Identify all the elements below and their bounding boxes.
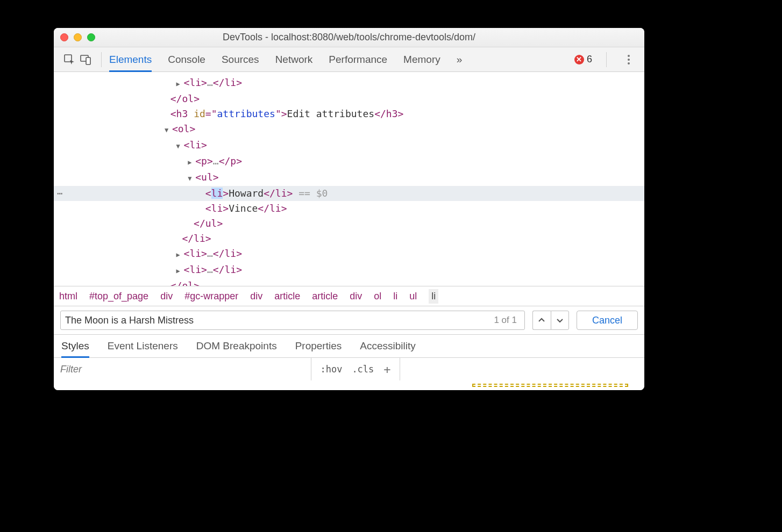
tab-console[interactable]: Console: [168, 54, 205, 66]
search-box: 1 of 1: [60, 311, 525, 330]
crumb-ol[interactable]: ol: [374, 291, 381, 302]
row-actions-icon[interactable]: ⋯: [57, 186, 63, 201]
crumb-ul[interactable]: ul: [409, 291, 417, 302]
tab-styles[interactable]: Styles: [61, 340, 89, 352]
tab-performance[interactable]: Performance: [329, 54, 387, 66]
crumb-li-active[interactable]: li: [429, 289, 438, 304]
crumb-li[interactable]: li: [393, 291, 397, 302]
tab-dom-breakpoints[interactable]: DOM Breakpoints: [196, 340, 277, 352]
search-input[interactable]: [65, 315, 494, 326]
svg-rect-2: [86, 57, 90, 64]
toolbar-separator: [606, 52, 607, 67]
close-window-button[interactable]: [60, 33, 68, 41]
panel-tabs: Elements Console Sources Network Perform…: [109, 47, 574, 71]
crumb-div[interactable]: div: [350, 291, 362, 302]
svg-point-5: [628, 62, 630, 64]
crumb-div[interactable]: div: [250, 291, 262, 302]
tabs-overflow-icon[interactable]: »: [457, 54, 463, 66]
device-toggle-icon[interactable]: [77, 52, 94, 68]
search-nav-buttons: [532, 311, 569, 330]
tab-memory[interactable]: Memory: [403, 54, 440, 66]
svg-point-4: [628, 59, 630, 61]
crumb-article[interactable]: article: [312, 291, 338, 302]
box-model-outline: [472, 384, 628, 387]
dom-node[interactable]: ▶<li>…</li>: [54, 75, 644, 91]
styles-filter-input[interactable]: [60, 364, 304, 375]
search-result-count: 1 of 1: [494, 315, 520, 326]
titlebar: DevTools - localhost:8080/web/tools/chro…: [54, 28, 644, 47]
tab-network[interactable]: Network: [275, 54, 313, 66]
bottom-strip: [54, 380, 644, 390]
dom-node-selected[interactable]: ⋯ <li>Howard</li> == $0: [54, 186, 644, 201]
dom-node[interactable]: ▼<li>: [54, 138, 644, 154]
main-toolbar: Elements Console Sources Network Perform…: [54, 47, 644, 72]
dom-node[interactable]: </ol>: [54, 91, 644, 106]
toolbar-right: ✕ 6: [574, 52, 637, 68]
maximize-window-button[interactable]: [87, 33, 95, 41]
tab-properties[interactable]: Properties: [295, 340, 342, 352]
crumb-div[interactable]: div: [160, 291, 173, 302]
error-count-badge[interactable]: ✕ 6: [574, 54, 592, 65]
dom-node[interactable]: <li>Vince</li>: [54, 201, 644, 216]
styles-actions: :hov .cls +: [311, 358, 400, 380]
dom-node[interactable]: ▼<ul>: [54, 170, 644, 186]
svg-point-3: [628, 55, 630, 57]
breadcrumb-trail: html #top_of_page div #gc-wrapper div ar…: [54, 286, 644, 306]
hov-toggle[interactable]: :hov: [320, 364, 342, 375]
traffic-lights: [60, 33, 95, 41]
crumb-gc-wrapper[interactable]: #gc-wrapper: [184, 291, 238, 302]
dom-node[interactable]: ▶<p>…</p>: [54, 154, 644, 170]
tab-event-listeners[interactable]: Event Listeners: [108, 340, 178, 352]
dom-node[interactable]: </ol>: [54, 278, 644, 286]
dom-tree[interactable]: ▶<li>…</li> </ol> <h3 id="attributes">Ed…: [54, 72, 644, 286]
crumb-html[interactable]: html: [59, 291, 77, 302]
crumb-top-of-page[interactable]: #top_of_page: [89, 291, 148, 302]
tab-accessibility[interactable]: Accessibility: [360, 340, 415, 352]
dom-node[interactable]: </li>: [54, 231, 644, 246]
inspect-element-icon[interactable]: [61, 52, 77, 68]
devtools-window: DevTools - localhost:8080/web/tools/chro…: [54, 28, 644, 390]
error-count: 6: [587, 54, 592, 65]
new-style-rule-icon[interactable]: +: [383, 363, 390, 376]
kebab-menu-icon[interactable]: [621, 52, 637, 68]
styles-filter-box: [54, 358, 311, 380]
minimize-window-button[interactable]: [74, 33, 82, 41]
dom-node[interactable]: ▶<li>…</li>: [54, 246, 644, 262]
search-row: 1 of 1 Cancel: [54, 306, 644, 335]
error-icon: ✕: [574, 55, 584, 64]
window-title: DevTools - localhost:8080/web/tools/chro…: [223, 32, 475, 43]
sidebar-tabs: Styles Event Listeners DOM Breakpoints P…: [54, 335, 644, 358]
dom-node[interactable]: ▶<li>…</li>: [54, 262, 644, 278]
dom-node[interactable]: </ul>: [54, 216, 644, 231]
tab-elements[interactable]: Elements: [109, 54, 152, 66]
search-next-button[interactable]: [551, 311, 569, 330]
cancel-button[interactable]: Cancel: [577, 311, 638, 330]
search-prev-button[interactable]: [532, 311, 551, 330]
dom-node[interactable]: ▼<ol>: [54, 121, 644, 138]
dom-node[interactable]: <h3 id="attributes">Edit attributes</h3>: [54, 106, 644, 121]
tab-sources[interactable]: Sources: [222, 54, 259, 66]
crumb-article[interactable]: article: [274, 291, 300, 302]
toolbar-separator: [101, 52, 102, 67]
cls-toggle[interactable]: .cls: [352, 364, 374, 375]
styles-toolbar: :hov .cls +: [54, 358, 644, 380]
cancel-label: Cancel: [592, 315, 622, 326]
